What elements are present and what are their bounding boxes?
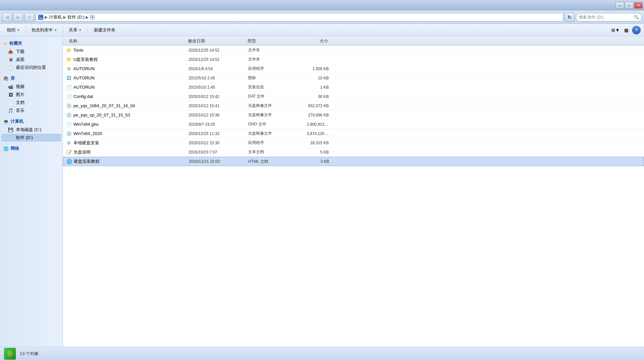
column-header-type[interactable]: 类型: [245, 38, 291, 44]
sidebar-section-network: 🌐 网络: [1, 144, 61, 153]
table-row[interactable]: 📝 光盘说明 2016/10/23 7:07 文本文档 5 KB: [63, 148, 644, 157]
path-part-computer[interactable]: 计算机: [49, 14, 62, 20]
table-row[interactable]: 💿 pe_yqs_1064_20_07_31_16_04 2020/10/12 …: [63, 101, 644, 111]
help-button[interactable]: ?: [632, 26, 641, 34]
preview-pane-button[interactable]: ▦: [622, 26, 631, 34]
file-date: 2020/10/12 15:30: [189, 141, 248, 145]
sidebar-item-desktop[interactable]: 🖥 桌面: [1, 56, 61, 64]
sidebar-item-music[interactable]: 🎵 音乐: [1, 107, 61, 114]
file-name-cell: 💿 pe_yqs_1064_20_07_31_16_04: [66, 103, 189, 109]
file-name-cell: 🖼 AUTORUN: [66, 75, 189, 81]
file-size: 10 KB: [294, 76, 334, 80]
file-size: 3 KB: [295, 159, 334, 164]
sidebar-item-pictures[interactable]: 🖼 图片: [1, 91, 61, 99]
file-icon: 📄: [66, 94, 71, 99]
sidebar-item-recent[interactable]: 🕐 最近访问的位置: [1, 64, 61, 71]
search-box[interactable]: 🔍: [576, 13, 642, 22]
file-date: 2020/12/25 14:52: [189, 48, 248, 53]
back-button[interactable]: ◀: [2, 13, 12, 22]
path-separator-1: ▶: [45, 15, 48, 20]
music-icon: 🎵: [8, 108, 13, 113]
file-name: Tools: [73, 48, 83, 53]
title-bar: — □ ✕: [0, 0, 644, 11]
file-name: U盘安装教程: [73, 57, 98, 63]
toolbar: 组织 ▼ 包含到库中 ▼ 共享 ▼ 新建文件夹 ⊞▼ ▦ ?: [0, 24, 644, 36]
sidebar-header-library[interactable]: 📚 库: [1, 74, 61, 83]
sidebar-item-d-drive[interactable]: 💿 软件 (D:): [1, 134, 61, 142]
minimize-button[interactable]: —: [616, 2, 624, 9]
maximize-button[interactable]: □: [625, 2, 633, 9]
path-dropdown-button[interactable]: ▼: [90, 15, 95, 20]
table-row[interactable]: 📄 AUTORUN 2015/5/10 2:45 安装信息 1 KB: [63, 83, 644, 92]
forward-button[interactable]: ▶: [13, 13, 23, 22]
table-row[interactable]: 💿 pe_yqs_xp_20_07_31_15_53 2020/10/12 15…: [63, 111, 644, 120]
file-date: 2020/10/12 15:42: [189, 94, 248, 99]
sidebar-library-label: 库: [11, 75, 15, 81]
sidebar-header-computer[interactable]: 💻 计算机: [1, 117, 61, 126]
file-name: 本地硬盘安装: [73, 140, 99, 146]
table-row[interactable]: 📄 Win7x64.gho 2019/9/7 19:25 GHO 文件 2,90…: [63, 120, 644, 129]
file-name-cell: 📄 Win7x64.gho: [66, 122, 189, 127]
file-name-cell: 📁 U盘安装教程: [66, 57, 189, 63]
path-part-drive[interactable]: 软件 (D:): [67, 14, 84, 20]
new-folder-button[interactable]: 新建文件夹: [90, 25, 120, 35]
file-type: 文件夹: [248, 57, 294, 62]
up-button[interactable]: ↑: [24, 13, 34, 22]
file-type: 应用程序: [248, 66, 294, 71]
table-row[interactable]: 📁 U盘安装教程 2020/12/25 14:52 文件夹: [63, 55, 644, 64]
share-button[interactable]: 共享 ▼: [65, 25, 85, 35]
c-drive-icon: 💾: [8, 127, 13, 132]
desktop-label: 桌面: [16, 57, 24, 63]
column-headers: 名称 修改日期 类型 大小: [63, 36, 644, 46]
sidebar-computer-label: 计算机: [11, 118, 23, 124]
main-layout: ★ 收藏夹 📥 下载 🖥 桌面 🕐 最近访问的位置 📚 库: [0, 36, 644, 347]
file-icon: 📄: [66, 122, 71, 127]
file-name: pe_yqs_xp_20_07_31_15_53: [73, 112, 130, 117]
recent-label: 最近访问的位置: [16, 65, 46, 70]
file-icon: 💿: [66, 112, 71, 118]
path-separator-3: ▶: [86, 15, 89, 20]
column-header-date[interactable]: 修改日期: [185, 38, 245, 44]
file-date: 2020/12/25 14:52: [189, 57, 248, 62]
sidebar-item-downloads[interactable]: 📥 下载: [1, 48, 61, 56]
sidebar-header-favorites[interactable]: ★ 收藏夹: [1, 39, 61, 48]
file-name: Win7x64_2020: [73, 131, 102, 136]
file-icon: ⚙: [66, 66, 71, 71]
star-icon: ★: [3, 41, 7, 46]
file-name: 硬盘安装教程: [74, 158, 100, 164]
search-input[interactable]: [579, 15, 632, 20]
column-header-size[interactable]: 大小: [291, 38, 331, 44]
close-button[interactable]: ✕: [634, 2, 643, 9]
organize-dropdown-icon: ▼: [17, 28, 20, 32]
sidebar-section-library: 📚 库 📹 视频 🖼 图片 📄 文档 🎵 音乐: [1, 74, 61, 114]
file-icon: 🌐: [66, 159, 72, 164]
sidebar-section-favorites: ★ 收藏夹 📥 下载 🖥 桌面 🕐 最近访问的位置: [1, 39, 61, 71]
sidebar-header-network[interactable]: 🌐 网络: [1, 144, 61, 153]
view-options-button[interactable]: ⊞▼: [611, 26, 620, 34]
column-header-name[interactable]: 名称: [66, 38, 185, 44]
file-date: 2019/9/7 19:25: [189, 122, 248, 127]
sidebar-item-c-drive[interactable]: 💾 本地磁盘 (C:): [1, 126, 61, 134]
file-name-cell: 🌐 硬盘安装教程: [66, 158, 189, 164]
sidebar-item-documents[interactable]: 📄 文档: [1, 99, 61, 107]
include-library-button[interactable]: 包含到库中 ▼: [28, 25, 61, 35]
address-bar: ◀ ▶ ↑ 💻 ▶ 计算机 ▶ 软件 (D:) ▶ ▼ ↻ 🔍: [0, 11, 644, 24]
organize-button[interactable]: 组织 ▼: [3, 25, 23, 35]
sidebar-item-video[interactable]: 📹 视频: [1, 83, 61, 91]
refresh-button[interactable]: ↻: [565, 13, 575, 22]
address-path[interactable]: 💻 ▶ 计算机 ▶ 软件 (D:) ▶ ▼: [36, 13, 563, 22]
table-row[interactable]: 🌐 硬盘安装教程 2016/11/21 22:03 HTML 文档 3 KB: [63, 157, 644, 166]
share-label: 共享: [69, 27, 77, 33]
table-row[interactable]: 📄 Config.dat 2020/10/12 15:42 DAT 文件 36 …: [63, 92, 644, 101]
documents-label: 文档: [16, 100, 24, 106]
table-row[interactable]: ⚙ AUTORUN 2016/1/8 4:54 应用程序 1,926 KB: [63, 64, 644, 73]
table-row[interactable]: 🖼 AUTORUN 2015/5/10 2:45 图标 10 KB: [63, 73, 644, 83]
table-row[interactable]: ⚙ 本地硬盘安装 2020/10/12 15:30 应用程序 28,315 KB: [63, 138, 644, 148]
video-icon: 📹: [8, 84, 13, 89]
computer-icon: 💻: [38, 15, 43, 20]
table-row[interactable]: 💿 Win7x64_2020 2020/12/25 11:32 光盘映像文件 3…: [63, 129, 644, 138]
status-icon: 🟢: [4, 348, 16, 360]
table-row[interactable]: 📁 Tools 2020/12/25 14:52 文件夹: [63, 46, 644, 55]
file-type: 文本文档: [248, 149, 294, 155]
file-size: 2,900,813 ...: [294, 122, 334, 127]
